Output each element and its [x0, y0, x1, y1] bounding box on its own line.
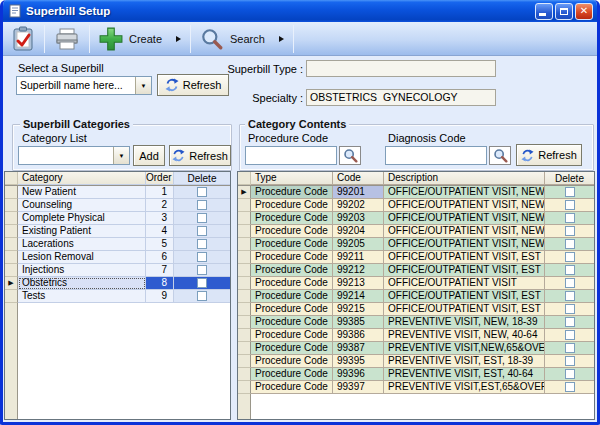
delete-cell[interactable]	[545, 225, 594, 238]
content-table-row[interactable]: Procedure Code 99397 PREVENTIVE VISIT,ES…	[238, 381, 594, 394]
delete-cell[interactable]	[174, 238, 230, 251]
content-table-row[interactable]: Procedure Code 99201 OFFICE/OUTPATIENT V…	[238, 186, 594, 199]
column-header-delete[interactable]: Delete	[174, 172, 230, 185]
row-selector-cell[interactable]	[5, 186, 18, 199]
delete-cell[interactable]	[545, 199, 594, 212]
code-cell[interactable]: 99385	[333, 316, 384, 329]
category-cell[interactable]: Existing Patient	[18, 225, 146, 238]
type-cell[interactable]: Procedure Code	[251, 238, 333, 251]
description-cell[interactable]: PREVENTIVE VISIT,EST,65&OVER	[384, 381, 545, 394]
row-selector-cell[interactable]	[238, 316, 251, 329]
category-table-row[interactable]: New Patient 1	[5, 186, 230, 199]
close-button[interactable]	[575, 3, 593, 20]
delete-checkbox[interactable]	[565, 317, 575, 327]
row-selector-cell[interactable]	[238, 186, 251, 199]
description-cell[interactable]: OFFICE/OUTPATIENT VISIT, NEW	[384, 199, 545, 212]
category-table-row[interactable]: Tests 9	[5, 290, 230, 303]
order-cell[interactable]: 1	[146, 186, 174, 199]
row-selector-cell[interactable]	[5, 225, 18, 238]
delete-cell[interactable]	[174, 199, 230, 212]
code-cell[interactable]: 99204	[333, 225, 384, 238]
delete-cell[interactable]	[545, 264, 594, 277]
type-cell[interactable]: Procedure Code	[251, 368, 333, 381]
description-cell[interactable]: OFFICE/OUTPATIENT VISIT, NEW	[384, 212, 545, 225]
content-table-row[interactable]: Procedure Code 99211 OFFICE/OUTPATIENT V…	[238, 251, 594, 264]
content-table-row[interactable]: Procedure Code 99387 PREVENTIVE VISIT,NE…	[238, 342, 594, 355]
category-cell[interactable]: New Patient	[18, 186, 146, 199]
delete-cell[interactable]	[545, 342, 594, 355]
delete-checkbox[interactable]	[565, 226, 575, 236]
category-table-row[interactable]: Complete Physical 3	[5, 212, 230, 225]
code-cell[interactable]: 99396	[333, 368, 384, 381]
dropdown-arrow-icon[interactable]	[135, 77, 151, 94]
row-selector-cell[interactable]	[238, 251, 251, 264]
content-table-row[interactable]: Procedure Code 99204 OFFICE/OUTPATIENT V…	[238, 225, 594, 238]
delete-checkbox[interactable]	[197, 200, 207, 210]
delete-cell[interactable]	[545, 277, 594, 290]
save-button[interactable]	[5, 24, 41, 54]
row-selector-cell[interactable]	[238, 264, 251, 277]
type-cell[interactable]: Procedure Code	[251, 225, 333, 238]
delete-checkbox[interactable]	[197, 265, 207, 275]
delete-cell[interactable]	[545, 355, 594, 368]
code-cell[interactable]: 99203	[333, 212, 384, 225]
type-cell[interactable]: Procedure Code	[251, 290, 333, 303]
code-cell[interactable]: 99202	[333, 199, 384, 212]
delete-cell[interactable]	[545, 251, 594, 264]
search-button[interactable]: Search	[194, 24, 290, 54]
delete-checkbox[interactable]	[197, 278, 207, 288]
content-table-row[interactable]: Procedure Code 99202 OFFICE/OUTPATIENT V…	[238, 199, 594, 212]
category-table-row[interactable]: Lesion Removal 6	[5, 251, 230, 264]
delete-cell[interactable]	[174, 290, 230, 303]
category-cell[interactable]: Injections	[18, 264, 146, 277]
specialty-field[interactable]: OBSTETRICS GYNECOLOGY	[306, 89, 496, 106]
delete-checkbox[interactable]	[197, 239, 207, 249]
superbill-type-field[interactable]	[306, 60, 496, 77]
delete-checkbox[interactable]	[565, 382, 575, 392]
delete-cell[interactable]	[174, 277, 230, 290]
type-cell[interactable]: Procedure Code	[251, 186, 333, 199]
delete-checkbox[interactable]	[565, 291, 575, 301]
delete-checkbox[interactable]	[197, 187, 207, 197]
row-selector-cell[interactable]	[238, 342, 251, 355]
category-table-row[interactable]: Obstetrics 8	[5, 277, 230, 290]
delete-checkbox[interactable]	[565, 304, 575, 314]
row-selector-cell[interactable]	[238, 212, 251, 225]
description-cell[interactable]: OFFICE/OUTPATIENT VISIT, EST	[384, 251, 545, 264]
superbill-combo[interactable]: Superbill name here...	[16, 76, 152, 95]
delete-checkbox[interactable]	[565, 213, 575, 223]
category-cell[interactable]: Tests	[18, 290, 146, 303]
procedure-code-search-button[interactable]	[339, 146, 361, 165]
order-cell[interactable]: 9	[146, 290, 174, 303]
row-selector-cell[interactable]	[238, 225, 251, 238]
description-cell[interactable]: OFFICE/OUTPATIENT VISIT, NEW	[384, 186, 545, 199]
code-cell[interactable]: 99214	[333, 290, 384, 303]
delete-checkbox[interactable]	[565, 200, 575, 210]
delete-checkbox[interactable]	[197, 213, 207, 223]
row-selector-cell[interactable]	[238, 355, 251, 368]
code-cell[interactable]: 99397	[333, 381, 384, 394]
category-table-row[interactable]: Injections 7	[5, 264, 230, 277]
column-header-code[interactable]: Code	[333, 172, 384, 185]
column-header-order[interactable]: Order	[146, 172, 174, 185]
delete-checkbox[interactable]	[565, 252, 575, 262]
code-cell[interactable]: 99211	[333, 251, 384, 264]
print-button[interactable]	[48, 24, 86, 54]
row-selector-cell[interactable]	[5, 264, 18, 277]
row-selector-cell[interactable]	[238, 238, 251, 251]
type-cell[interactable]: Procedure Code	[251, 277, 333, 290]
description-cell[interactable]: PREVENTIVE VISIT,NEW,65&OVER	[384, 342, 545, 355]
row-selector-cell[interactable]	[5, 290, 18, 303]
row-selector-cell[interactable]	[5, 199, 18, 212]
row-selector-cell[interactable]	[238, 199, 251, 212]
delete-checkbox[interactable]	[565, 239, 575, 249]
type-cell[interactable]: Procedure Code	[251, 342, 333, 355]
delete-cell[interactable]	[545, 368, 594, 381]
description-cell[interactable]: OFFICE/OUTPATIENT VISIT, EST	[384, 290, 545, 303]
description-cell[interactable]: OFFICE/OUTPATIENT VISIT, NEW	[384, 225, 545, 238]
delete-checkbox[interactable]	[197, 291, 207, 301]
maximize-button[interactable]	[555, 3, 573, 20]
description-cell[interactable]: OFFICE/OUTPATIENT VISIT, EST	[384, 303, 545, 316]
row-selector-cell[interactable]	[5, 277, 18, 290]
delete-cell[interactable]	[174, 186, 230, 199]
